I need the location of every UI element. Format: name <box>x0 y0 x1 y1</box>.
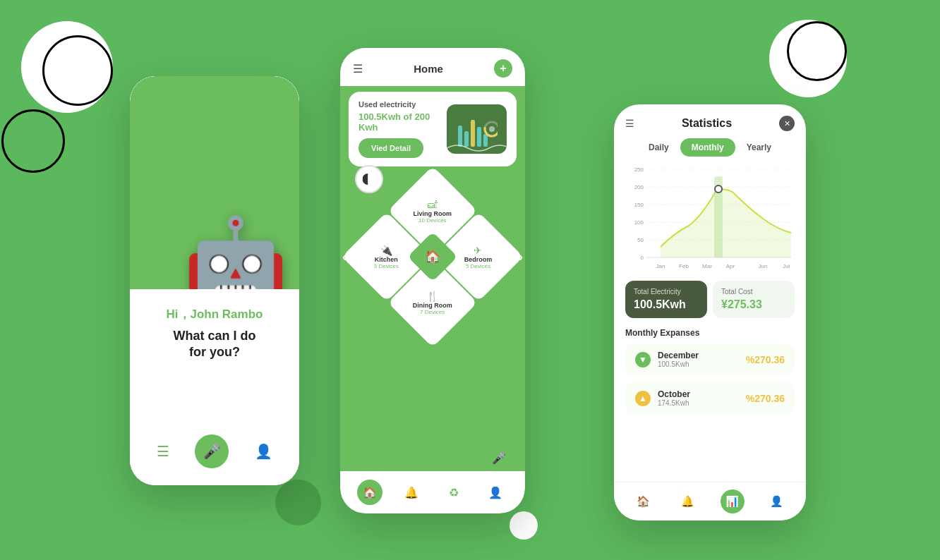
nav-arrow-right[interactable]: › <box>519 250 523 264</box>
expense-october-kwh: 174.5Kwh <box>658 399 690 407</box>
nav-profile[interactable]: 👤 <box>483 480 508 505</box>
robot-image: 🤖 <box>183 219 289 289</box>
left-phone-bottom: Hi，John Rambo What can I dofor you? ☰ 🎤 … <box>130 289 299 485</box>
expense-october: ▲ October 174.5Kwh %270.36 <box>625 382 795 414</box>
total-electricity-card: Total Electricity 100.5Kwh <box>625 281 707 318</box>
svg-text:Feb: Feb <box>679 263 689 269</box>
svg-text:100: 100 <box>634 219 644 226</box>
mid-title: Home <box>414 63 443 75</box>
greeting-section: Hi，John Rambo What can I dofor you? <box>167 306 263 361</box>
view-detail-button[interactable]: Vied Detail <box>358 138 423 158</box>
svg-point-7 <box>489 126 495 132</box>
stats-bottom-nav: 🏠 🔔 📊 👤 <box>614 482 806 521</box>
add-icon[interactable]: + <box>494 59 512 78</box>
stats-phone: ☰ Statistics ✕ Daily Monthly Yearly 250 … <box>614 104 806 521</box>
tab-monthly[interactable]: Monthly <box>680 138 735 157</box>
expense-december-kwh: 100.5Kwh <box>658 360 699 368</box>
left-bottom-bar: ☰ 🎤 👤 <box>144 429 285 474</box>
svg-text:Apr: Apr <box>726 263 735 269</box>
room-grid: 🛋 Living Room 10 Devices 🔌 Kitchen 3 Dev… <box>348 172 517 341</box>
greeting-name: Hi，John Rambo <box>167 306 263 322</box>
expense-october-info: October 174.5Kwh <box>658 389 690 407</box>
stats-header: ☰ Statistics ✕ <box>614 104 806 138</box>
living-room-content: 🛋 Living Room 10 Devices <box>414 199 452 224</box>
left-phone-inner: 🤖 Hi，John Rambo What can I dofor you? ☰ … <box>130 76 299 485</box>
stats-nav-bell[interactable]: 🔔 <box>676 489 700 513</box>
svg-point-21 <box>715 185 722 193</box>
electricity-label: Used electricity <box>358 100 447 109</box>
nav-bell[interactable]: 🔔 <box>399 480 424 505</box>
total-cost-label: Total Cost <box>721 288 786 296</box>
expense-october-name: October <box>658 389 690 399</box>
expense-december-name: December <box>658 351 699 360</box>
svg-text:Jul: Jul <box>783 263 790 269</box>
tab-yearly[interactable]: Yearly <box>735 138 783 157</box>
stats-close-button[interactable]: ✕ <box>779 116 795 131</box>
electricity-text: Used electricity 100.5Kwh of 200 Kwh Vie… <box>358 100 447 158</box>
stats-menu-icon[interactable]: ☰ <box>625 118 634 129</box>
nav-home[interactable]: 🏠 <box>357 480 382 505</box>
expense-december: ▼ December 100.5Kwh %270.36 <box>625 343 795 375</box>
deco-circle-7 <box>787 21 847 81</box>
stats-cards: Total Electricity 100.5Kwh Total Cost ¥2… <box>614 275 806 324</box>
toggle-button[interactable] <box>355 165 383 193</box>
svg-text:Mar: Mar <box>702 263 712 269</box>
center-icon: 🏠 <box>425 249 440 264</box>
menu-icon[interactable]: ☰ <box>157 443 169 460</box>
svg-text:250: 250 <box>634 166 644 173</box>
tab-daily[interactable]: Daily <box>637 138 680 157</box>
total-electricity-label: Total Electricity <box>634 288 699 296</box>
hamburger-icon[interactable]: ☰ <box>353 62 363 75</box>
mid-bottom-nav: 🏠 🔔 ♻ 👤 <box>340 471 525 513</box>
kitchen-content: 🔌 Kitchen 3 Devices <box>374 245 399 269</box>
svg-text:200: 200 <box>634 184 644 190</box>
stats-chart-svg: 250 200 150 100 50 0 Jan Feb Mar Apr Jun… <box>625 162 795 275</box>
mid-header: ☰ Home + <box>340 48 525 86</box>
deco-circle-6 <box>769 20 847 97</box>
svg-text:Jun: Jun <box>759 263 768 269</box>
monthly-expanses-title: Monthly Expanses <box>614 324 806 343</box>
profile-icon[interactable]: 👤 <box>255 443 272 460</box>
expense-october-cost: %270.36 <box>746 393 785 404</box>
dining-room-content: 🍴 Dining Room 7 Devices <box>413 291 452 315</box>
bedroom-content: ✈ Bedroom 5 Devices <box>464 244 493 269</box>
mini-chart <box>447 104 507 154</box>
deco-circle-9 <box>275 480 321 525</box>
stats-tabs: Daily Monthly Yearly <box>614 138 806 157</box>
expense-october-left: ▲ October 174.5Kwh <box>635 389 690 407</box>
deco-circle-8 <box>510 511 538 540</box>
left-phone: 🤖 Hi，John Rambo What can I dofor you? ☰ … <box>130 76 299 485</box>
wave-svg <box>447 140 507 154</box>
stats-nav-chart[interactable]: 📊 <box>721 489 745 513</box>
svg-text:Jan: Jan <box>656 263 665 269</box>
stats-nav-profile[interactable]: 👤 <box>765 489 789 513</box>
expense-december-info: December 100.5Kwh <box>658 351 699 368</box>
expense-arrow-up: ▲ <box>635 391 651 406</box>
svg-text:0: 0 <box>641 255 644 261</box>
stats-chart: 250 200 150 100 50 0 Jan Feb Mar Apr Jun… <box>614 162 806 275</box>
mic-button[interactable]: 🎤 <box>195 434 229 468</box>
total-electricity-value: 100.5Kwh <box>634 298 699 311</box>
svg-text:50: 50 <box>637 237 644 243</box>
expense-december-left: ▼ December 100.5Kwh <box>635 351 699 368</box>
greeting-question: What can I dofor you? <box>167 328 263 361</box>
stats-title: Statistics <box>634 117 779 130</box>
stats-nav-home[interactable]: 🏠 <box>632 489 656 513</box>
deco-circle-1 <box>21 21 113 113</box>
mic-fab[interactable]: 🎤 <box>486 444 512 471</box>
deco-circle-2 <box>42 35 113 106</box>
left-phone-top: 🤖 <box>130 76 299 289</box>
expense-arrow-down: ▼ <box>635 352 651 367</box>
expense-december-cost: %270.36 <box>746 354 785 365</box>
svg-text:150: 150 <box>634 202 644 208</box>
nav-arrow-left[interactable]: ‹ <box>342 250 347 264</box>
total-cost-value: ¥275.33 <box>721 298 786 311</box>
electricity-card: Used electricity 100.5Kwh of 200 Kwh Vie… <box>349 92 517 166</box>
nav-recycle[interactable]: ♻ <box>441 480 466 505</box>
total-cost-card: Total Cost ¥275.33 <box>713 281 795 318</box>
mid-phone: ☰ Home + Used electricity 100.5Kwh of 20… <box>340 48 525 513</box>
deco-circle-3 <box>1 109 65 173</box>
electricity-value: 100.5Kwh of 200 Kwh <box>358 111 447 133</box>
